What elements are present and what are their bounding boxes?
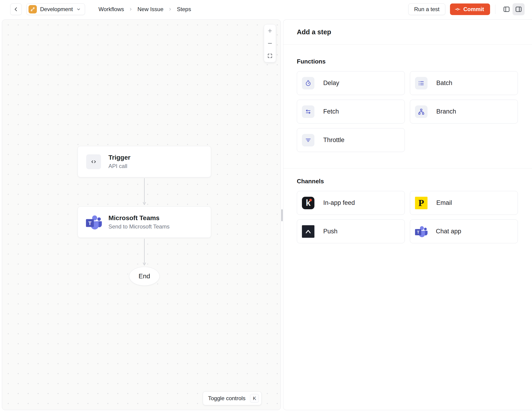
teams-node-title: Microsoft Teams — [108, 214, 170, 222]
plus-icon — [267, 28, 273, 34]
trigger-step-node[interactable]: Trigger API call — [78, 146, 211, 177]
expo-logo-icon — [302, 225, 314, 238]
panel-left-icon — [503, 5, 511, 13]
step-card-delay[interactable]: Delay — [297, 71, 405, 95]
environment-label: Development — [40, 6, 73, 12]
panel-title: Add a step — [297, 28, 331, 36]
add-step-panel: Add a step Functions Delay — [283, 19, 532, 410]
zoom-in-button[interactable] — [264, 25, 276, 37]
postmark-logo-icon: P — [415, 197, 428, 209]
panel-resize-gutter — [281, 19, 283, 410]
environment-branch-icon — [28, 5, 37, 13]
breadcrumb-new-issue[interactable]: New Issue — [137, 6, 163, 12]
ms-teams-logo-icon: T — [415, 225, 428, 238]
list-icon — [415, 77, 428, 89]
step-card-in-app-feed[interactable]: k In-app feed — [297, 191, 405, 215]
edge-teams-to-end — [142, 239, 146, 267]
throttle-lines-icon — [302, 134, 314, 146]
knock-dot — [309, 199, 312, 201]
toggle-left-panel-button[interactable] — [501, 3, 513, 15]
workflow-canvas[interactable]: Trigger API call T Microsoft Teams Send … — [2, 19, 281, 410]
ms-teams-icon: T — [85, 214, 102, 230]
keyboard-shortcut-badge: K — [250, 394, 259, 403]
trigger-node-subtitle: API call — [108, 163, 131, 169]
functions-grid: Delay Batch — [297, 71, 518, 152]
code-icon — [86, 154, 101, 169]
commit-button[interactable]: Commit — [450, 3, 490, 15]
step-card-fetch[interactable]: Fetch — [297, 100, 405, 124]
step-card-push[interactable]: Push — [297, 220, 405, 243]
section-divider — [283, 168, 532, 168]
step-card-throttle[interactable]: Throttle — [297, 128, 405, 152]
knock-logo-icon: k — [302, 197, 314, 209]
step-card-email[interactable]: P Email — [410, 191, 518, 215]
commit-label: Commit — [463, 6, 484, 12]
svg-text:T: T — [417, 230, 419, 234]
workflow-editor: Development Workflows New Issue Steps Ru… — [0, 0, 532, 412]
edge-trigger-to-teams — [142, 178, 146, 206]
channels-grid: k In-app feed P Email P — [297, 191, 518, 243]
panel-body: Functions Delay — [283, 58, 532, 243]
teams-node-subtitle: Send to Microsoft Teams — [108, 223, 170, 230]
toggle-controls-label: Toggle controls — [208, 395, 245, 402]
back-button[interactable] — [10, 3, 22, 15]
microsoft-teams-step-node[interactable]: T Microsoft Teams Send to Microsoft Team… — [78, 206, 211, 238]
toggle-controls-button[interactable]: Toggle controls K — [203, 391, 262, 405]
breadcrumb: Workflows New Issue Steps — [98, 0, 191, 19]
svg-text:T: T — [88, 220, 92, 226]
topbar-actions: Run a test Commit — [408, 3, 525, 15]
channels-section-label: Channels — [297, 178, 518, 185]
toolbar-divider — [495, 5, 495, 14]
panel-right-icon — [515, 5, 522, 13]
zoom-controls — [264, 24, 276, 62]
chevron-left-icon — [13, 6, 19, 12]
trigger-node-title: Trigger — [108, 154, 131, 161]
fullscreen-icon — [267, 53, 273, 59]
zoom-out-button[interactable] — [264, 37, 276, 50]
chevron-down-icon — [76, 7, 81, 12]
environment-switcher[interactable]: Development — [26, 3, 85, 15]
toggle-right-panel-button[interactable] — [513, 3, 525, 15]
breadcrumb-separator-icon — [168, 7, 172, 11]
panel-resize-handle[interactable] — [281, 209, 283, 221]
run-a-test-button[interactable]: Run a test — [408, 3, 445, 15]
functions-section-label: Functions — [297, 58, 518, 65]
panel-header: Add a step — [283, 20, 532, 45]
step-card-batch[interactable]: Batch — [410, 71, 518, 95]
breadcrumb-steps: Steps — [177, 6, 191, 12]
stopwatch-icon — [302, 77, 314, 89]
step-card-chat-app[interactable]: T Chat app — [410, 220, 518, 243]
step-card-branch[interactable]: Branch — [410, 100, 518, 124]
fit-view-button[interactable] — [264, 50, 276, 62]
transfer-arrows-icon — [302, 105, 314, 118]
topbar: Development Workflows New Issue Steps Ru… — [0, 0, 532, 19]
end-node[interactable]: End — [129, 267, 160, 286]
minus-icon — [267, 40, 273, 46]
breadcrumb-separator-icon — [129, 7, 133, 11]
breadcrumb-workflows[interactable]: Workflows — [98, 6, 124, 12]
hierarchy-icon — [415, 105, 428, 118]
commit-icon — [455, 6, 461, 12]
